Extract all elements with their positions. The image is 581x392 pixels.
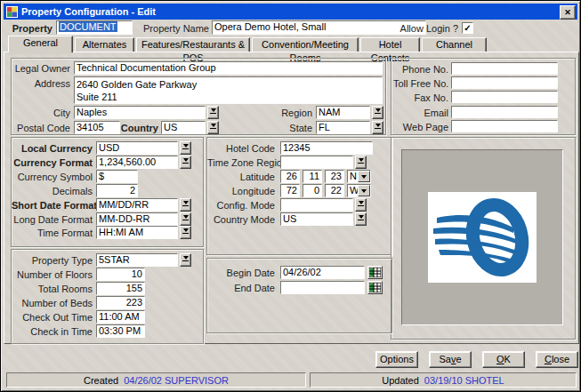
- legal-owner-input[interactable]: Technical Documentation Group: [74, 61, 383, 75]
- time-zone-lov-button[interactable]: [355, 156, 367, 169]
- logo-group: [391, 137, 576, 340]
- tab-channel[interactable]: Channel: [422, 37, 487, 52]
- long-date-format-lov-button[interactable]: [180, 212, 191, 226]
- fax-input[interactable]: [451, 91, 558, 103]
- postal-code-input[interactable]: 34105: [74, 121, 120, 134]
- lov-dropdown-icon: [183, 256, 189, 260]
- email-input[interactable]: [451, 106, 558, 118]
- decimals-input[interactable]: 2: [96, 184, 138, 197]
- country-mode-label: Country Mode: [207, 214, 275, 225]
- city-label: City: [13, 108, 70, 118]
- begin-date-calendar-button[interactable]: [367, 266, 383, 279]
- longitude-min-input[interactable]: 0: [303, 184, 322, 197]
- hotel-code-label: Hotel Code: [207, 143, 275, 154]
- country-lov-button[interactable]: [207, 121, 219, 134]
- options-button[interactable]: Options: [375, 351, 418, 368]
- property-type-input[interactable]: 5STAR: [96, 253, 178, 267]
- property-type-lov-button[interactable]: [180, 253, 191, 267]
- begin-date-label: Begin Date: [207, 268, 275, 278]
- longitude-direction-combo[interactable]: W: [347, 184, 371, 197]
- latitude-direction-combo[interactable]: N: [347, 170, 371, 183]
- property-input[interactable]: DOCUMENT: [56, 20, 133, 35]
- hotel-code-group: Hotel Code 12345 Time Zone Region Latitu…: [206, 137, 392, 255]
- country-mode-input[interactable]: US: [280, 212, 353, 226]
- end-date-label: End Date: [207, 283, 275, 293]
- region-input[interactable]: NAM: [316, 106, 370, 119]
- lov-dropdown-icon: [183, 215, 189, 219]
- short-date-format-input[interactable]: MM/DD/RR: [96, 198, 178, 212]
- time-zone-region-label: Time Zone Region: [207, 157, 275, 168]
- close-button[interactable]: ✕: [560, 5, 576, 20]
- latitude-sec-input[interactable]: 23: [325, 170, 344, 183]
- web-page-input[interactable]: [451, 120, 558, 132]
- local-currency-input[interactable]: USD: [96, 141, 178, 155]
- general-tab-page: Legal Owner Technical Documentation Grou…: [4, 52, 579, 344]
- number-of-floors-label: Number of Floors: [12, 269, 93, 280]
- app-icon: [6, 6, 18, 18]
- tab-alternates[interactable]: Alternates: [75, 37, 134, 52]
- longitude-deg-input[interactable]: 72: [280, 184, 300, 197]
- lov-dropdown-icon: [359, 215, 364, 219]
- fax-label: Fax No.: [393, 92, 448, 103]
- config-mode-input[interactable]: [280, 198, 353, 212]
- short-date-format-lov-button[interactable]: [180, 198, 191, 212]
- time-zone-region-input[interactable]: [280, 156, 353, 169]
- property-label: Property: [6, 23, 52, 34]
- latitude-direction-value: N: [350, 171, 357, 182]
- begin-date-input[interactable]: 04/26/02: [280, 266, 365, 279]
- region-lov-button[interactable]: [372, 106, 383, 119]
- long-date-format-input[interactable]: MM-DD-RR: [96, 212, 178, 226]
- state-lov-button[interactable]: [372, 121, 383, 134]
- title-bar[interactable]: Property Configuration - Edit ✕: [4, 4, 577, 20]
- end-date-calendar-button[interactable]: [367, 281, 383, 294]
- contact-group: Phone No. Toll Free No. Fax No. Email We…: [391, 58, 576, 135]
- total-rooms-input[interactable]: 155: [96, 282, 145, 295]
- property-type-label: Property Type: [12, 255, 93, 266]
- number-of-beds-input[interactable]: 223: [96, 296, 145, 309]
- country-input[interactable]: US: [161, 121, 206, 134]
- city-input[interactable]: Naples: [74, 106, 206, 119]
- lov-dropdown-icon: [183, 201, 189, 204]
- address-input[interactable]: 2640 Golden Gate Parkway Suite 211: [74, 76, 383, 104]
- tab-hotel-contacts[interactable]: Hotel Contacts: [360, 37, 420, 52]
- check-out-time-input[interactable]: 11:00 AM: [96, 310, 145, 324]
- state-label: State: [250, 123, 312, 133]
- currency-format-lov-button[interactable]: [180, 156, 191, 169]
- currency-format-input[interactable]: 1,234,560.00: [96, 156, 178, 169]
- state-input[interactable]: FL: [316, 121, 370, 134]
- allow-login-checkbox[interactable]: ✓: [462, 22, 473, 34]
- ok-button[interactable]: OK: [482, 351, 525, 368]
- local-currency-lov-button[interactable]: [180, 141, 191, 155]
- number-of-floors-input[interactable]: 10: [96, 268, 145, 281]
- latitude-deg-input[interactable]: 26: [280, 170, 300, 183]
- long-date-format-label: Long Date Format: [12, 214, 93, 225]
- address-label: Address: [13, 78, 70, 89]
- save-button[interactable]: Save: [429, 351, 472, 368]
- check-in-time-input[interactable]: 03:30 PM: [96, 324, 145, 338]
- calendar-icon: [369, 268, 381, 277]
- longitude-sec-input[interactable]: 22: [325, 184, 344, 197]
- tab-general[interactable]: General: [8, 36, 73, 52]
- tab-features-restaurants-pos[interactable]: Features/Restaurants & POS: [136, 37, 250, 52]
- country-mode-lov-button[interactable]: [355, 212, 367, 226]
- end-date-input[interactable]: [280, 281, 365, 294]
- lov-dropdown-icon: [211, 124, 216, 127]
- latitude-min-input[interactable]: 11: [303, 170, 322, 183]
- property-type-group: Property Type 5STAR Number of Floors 10 …: [11, 249, 204, 344]
- toll-free-input[interactable]: [451, 76, 558, 89]
- currency-format-label: Currency Format: [12, 157, 93, 168]
- time-format-lov-button[interactable]: [180, 226, 191, 239]
- web-page-label: Web Page: [393, 122, 448, 132]
- created-status-panel: Created 04/26/02 SUPERVISOR: [6, 372, 306, 388]
- currency-group: Local Currency USD Currency Format 1,234…: [11, 137, 204, 247]
- city-lov-button[interactable]: [207, 106, 219, 119]
- currency-symbol-input[interactable]: $: [96, 170, 138, 183]
- phone-input[interactable]: [451, 62, 558, 75]
- time-format-input[interactable]: HH:MI AM: [96, 226, 178, 239]
- close-button-footer[interactable]: Close: [536, 351, 578, 368]
- tab-convention-meeting-rooms[interactable]: Convention/Meeting Rooms: [252, 37, 359, 52]
- created-label: Created: [84, 375, 118, 386]
- updated-label: Updated: [382, 375, 419, 386]
- config-mode-lov-button[interactable]: [355, 198, 367, 212]
- hotel-code-input[interactable]: 12345: [280, 141, 373, 155]
